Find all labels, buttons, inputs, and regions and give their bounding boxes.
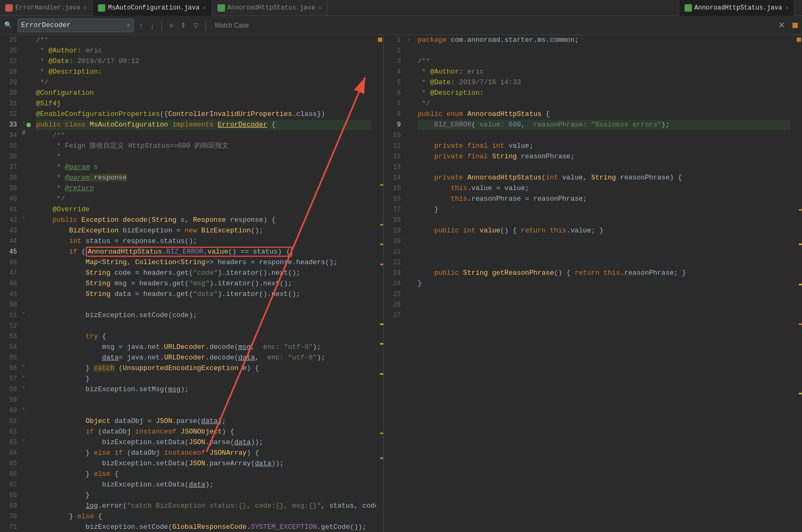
tab-annoroad-left[interactable]: AnnoroadHttpStatus.java ✕ <box>212 0 328 16</box>
fold-icon9[interactable]: ▾ <box>22 437 25 443</box>
code-line: private final String reasonPhrase; <box>418 151 790 162</box>
left-code-editor[interactable]: 25 26 27 28 29 30 31 32 33 34 35 36 37 3… <box>0 35 383 532</box>
match-case-label: Match Case <box>215 22 249 29</box>
code-line: String msg = headers.get("msg").iterator… <box>36 278 372 289</box>
java-icon <box>218 4 225 12</box>
code-line: * @Author: eric <box>36 46 372 56</box>
code-line: bizException.setMsg(msg); <box>36 384 372 395</box>
code-line: /** <box>36 130 372 141</box>
code-line: /** <box>418 56 790 67</box>
search-divider2 <box>205 20 206 31</box>
tab-bar: ErrorHandler.java ✕ MsAutoConfiguration.… <box>0 0 802 16</box>
close-tab-btn[interactable]: ✕ <box>318 4 322 11</box>
next-match-btn[interactable]: ↓ <box>148 20 156 31</box>
code-line: } <box>36 374 372 384</box>
code-line <box>36 321 372 331</box>
code-line: public Exception decode(String s, Respon… <box>36 215 372 226</box>
scroll-mark <box>799 209 802 211</box>
fold-icon6[interactable]: ▾ <box>22 374 25 380</box>
close-search-btn[interactable]: ≡ <box>167 21 175 30</box>
code-line <box>418 247 790 257</box>
code-line <box>418 310 790 321</box>
code-line: bizException.setData(data); <box>36 480 372 490</box>
scroll-mark <box>380 432 383 434</box>
java-icon <box>5 4 13 12</box>
right-gutter-icons: ▾ <box>405 35 413 532</box>
code-line: * <box>36 151 372 162</box>
code-line: } <box>418 204 790 215</box>
line-numbers-left: 25 26 27 28 29 30 31 32 33 34 35 36 37 3… <box>0 35 21 532</box>
fold-icon7[interactable]: ▾ <box>22 384 25 390</box>
code-line: msg = java.net.URLDecoder.decode(msg, en… <box>36 342 372 353</box>
fold-indicator[interactable]: ▾ <box>405 35 413 46</box>
scroll-mark <box>380 343 383 345</box>
editor-layout: 25 26 27 28 29 30 31 32 33 34 35 36 37 3… <box>0 35 802 532</box>
code-line: } catch (UnsupportedEncodingException e)… <box>36 363 372 374</box>
search-clear[interactable]: ✕ <box>127 22 130 29</box>
code-line: data= java.net.URLDecoder.decode(data, e… <box>36 353 372 363</box>
scroll-mark <box>799 393 802 394</box>
left-code-content[interactable]: /** * @Author: eric * @Date: 2019/6/17 0… <box>32 35 376 532</box>
code-line: package com.annoroad.starter.ms.common; <box>418 35 790 46</box>
tab-annoroad-right[interactable]: AnnoroadHttpStatus.java ✕ <box>679 0 795 16</box>
code-line: */ <box>36 77 372 88</box>
match-case-btn[interactable]: Match Case <box>211 20 253 31</box>
code-line: int status = response.status(); <box>36 236 372 247</box>
tab-error-handler[interactable]: ErrorHandler.java ✕ <box>0 0 93 16</box>
debug-icon <box>26 120 31 127</box>
filter-btn[interactable]: ▽ <box>191 21 200 30</box>
close-tab-btn[interactable]: ✕ <box>203 4 206 11</box>
fold-icon4[interactable]: ▾ <box>22 310 25 316</box>
code-line: this.reasonPhrase = reasonPhrase; <box>418 194 790 204</box>
close-tab-btn[interactable]: ✕ <box>785 4 789 11</box>
scroll-mark <box>380 457 383 459</box>
code-line: * @Author: eric <box>418 67 790 77</box>
scroll-mark <box>380 224 383 226</box>
scroll-mark <box>380 373 383 375</box>
code-line-9: BIZ_ERROR( value: 600, reasonPhrase: "Bu… <box>418 120 790 130</box>
code-line: * @Description: <box>36 67 372 77</box>
close-panel-btn[interactable]: ✕ <box>776 19 787 31</box>
right-code-editor[interactable]: 1 2 3 4 5 6 7 8 9 10 11 12 13 14 15 16 1… <box>384 35 802 532</box>
scroll-mark <box>380 264 383 265</box>
code-line: * @param s <box>36 162 372 173</box>
java-icon <box>98 4 105 12</box>
code-line <box>418 289 790 300</box>
code-line: @Slf4j <box>36 98 372 109</box>
code-line: /** <box>36 35 372 46</box>
expand-btn[interactable]: ⇕ <box>178 21 188 30</box>
scroll-mark <box>799 284 802 285</box>
tab-ms-auto-config[interactable]: MsAutoConfiguration.java ✕ <box>93 0 212 16</box>
code-line: * @Date: 2019/6/17 09:12 <box>36 56 372 67</box>
code-line: private final int value; <box>418 141 790 151</box>
code-line-45: if (AnnoroadHttpStatus.BIZ_ERROR.value()… <box>36 247 372 257</box>
scroll-mark <box>378 38 382 42</box>
fold-icon2[interactable]: @ <box>22 130 25 136</box>
search-icon: 🔍 <box>4 21 12 29</box>
code-line: String code = headers.get("code").iterat… <box>36 268 372 278</box>
code-line <box>418 257 790 268</box>
fold-icon3[interactable]: ▾ <box>22 215 25 221</box>
scroll-indicators-right <box>795 35 802 532</box>
code-line: * @param response <box>36 173 372 183</box>
code-line: * @return <box>36 183 372 194</box>
code-line: bizException.setCode(code); <box>36 310 372 321</box>
right-code-content[interactable]: package com.annoroad.starter.ms.common; … <box>413 35 795 532</box>
code-line: if (dataObj instanceof JSONObject) { <box>36 427 372 437</box>
code-line <box>36 405 372 416</box>
search-bar: 🔍 ✕ ↑ ↓ ≡ ⇕ ▽ Match Case ✕ <box>0 16 802 35</box>
line-numbers-right: 1 2 3 4 5 6 7 8 9 10 11 12 13 14 15 16 1… <box>384 35 405 532</box>
fold-icon5[interactable]: ▾ <box>22 363 25 369</box>
code-line: * @Date: 2019/7/16 14:33 <box>418 77 790 88</box>
search-input[interactable] <box>21 21 106 29</box>
search-input-wrap[interactable]: ✕ <box>17 19 134 32</box>
close-tab-btn[interactable]: ✕ <box>83 4 87 11</box>
code-line: */ <box>36 194 372 204</box>
fold-icon[interactable]: ▾ <box>22 120 25 125</box>
code-line <box>418 215 790 226</box>
code-line: this.value = value; <box>418 183 790 194</box>
code-line <box>418 130 790 141</box>
prev-match-btn[interactable]: ↑ <box>137 20 145 31</box>
scroll-mark-top <box>797 38 801 42</box>
fold-icon8[interactable]: ▾ <box>22 405 25 411</box>
